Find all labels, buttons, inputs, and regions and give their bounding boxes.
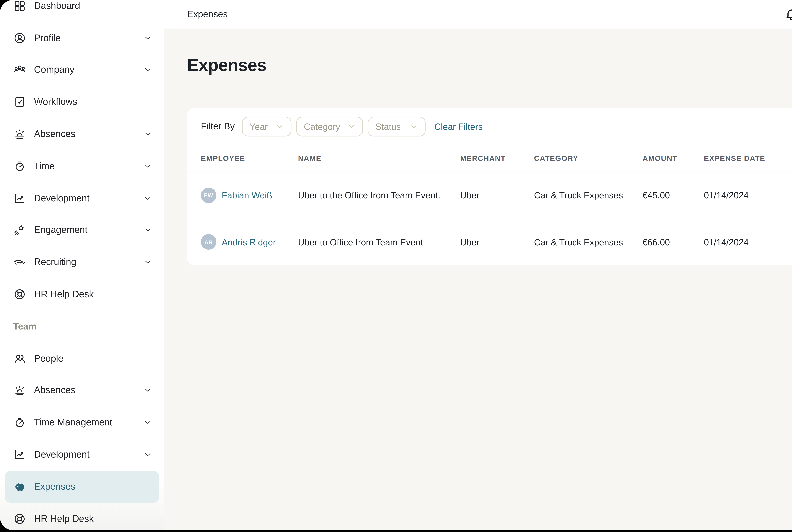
sidebar-item-engagement[interactable]: Engagement bbox=[5, 214, 159, 246]
sidebar-item-workflows[interactable]: Workflows bbox=[5, 86, 159, 118]
sidebar-item-company[interactable]: Company bbox=[5, 54, 159, 86]
status-filter-value: Status bbox=[375, 121, 401, 131]
sidebar-section-label: Team bbox=[0, 310, 164, 342]
company-icon bbox=[13, 63, 26, 77]
recruiting-icon bbox=[13, 256, 26, 269]
sidebar-item-expenses[interactable]: Expenses bbox=[5, 471, 159, 502]
employee-cell: AR Andris Ridger bbox=[201, 234, 298, 250]
sidebar-item-hr-help-desk[interactable]: HR Help Desk bbox=[5, 278, 159, 310]
expense-name-cell: Uber to Office from Team Event bbox=[298, 237, 460, 247]
chevron-down-icon[interactable] bbox=[144, 451, 152, 459]
sidebar-item-time[interactable]: Time bbox=[5, 150, 159, 182]
column-header-merchant: Merchant bbox=[460, 154, 534, 163]
clear-filters-link[interactable]: Clear Filters bbox=[434, 121, 483, 131]
sidebar-item-recruiting[interactable]: Recruiting bbox=[5, 246, 159, 278]
filter-by-label: Filter By bbox=[201, 121, 235, 132]
sidebar-item-development[interactable]: Development bbox=[5, 439, 159, 471]
time-icon bbox=[13, 416, 26, 429]
category-filter-value: Category bbox=[304, 121, 340, 131]
chevron-down-icon[interactable] bbox=[144, 162, 152, 170]
category-cell: Car & Truck Expenses bbox=[534, 237, 642, 247]
chevron-down-icon[interactable] bbox=[144, 130, 152, 138]
column-header-expense-date: Expense Date bbox=[704, 154, 792, 163]
absences-icon bbox=[13, 128, 26, 141]
year-filter-select[interactable]: Year bbox=[242, 116, 291, 136]
piggy-icon bbox=[13, 480, 26, 493]
sidebar-item-label: Profile bbox=[34, 33, 60, 43]
sidebar: DashboardProfileCompanyWorkflowsAbsences… bbox=[0, 0, 164, 530]
topbar-title: Expenses bbox=[187, 9, 228, 20]
category-filter-select[interactable]: Category bbox=[296, 116, 363, 136]
absences-icon bbox=[13, 384, 26, 397]
sidebar-item-label: Development bbox=[34, 193, 90, 204]
helpdesk-icon bbox=[13, 512, 26, 525]
chevron-down-icon bbox=[347, 122, 355, 130]
expenses-card: Filter By Year Category Status Clear Fil… bbox=[187, 108, 792, 265]
sidebar-item-label: Time bbox=[34, 161, 55, 171]
employee-initials-avatar: AR bbox=[201, 234, 216, 250]
table-row: FW Fabian Weiß Uber to the Office from T… bbox=[187, 172, 792, 219]
sidebar-item-absences[interactable]: Absences bbox=[5, 118, 159, 150]
expense-date-cell: 01/14/2024 bbox=[704, 237, 792, 247]
topbar-right: Anna Johnson bbox=[784, 6, 792, 22]
amount-cell: €45.00 bbox=[642, 190, 704, 200]
sidebar-item-label: Absences bbox=[34, 385, 75, 396]
sidebar-item-dashboard[interactable]: Dashboard bbox=[5, 0, 159, 22]
column-header-category: Category bbox=[534, 154, 642, 163]
sidebar-item-profile[interactable]: Profile bbox=[5, 22, 159, 54]
category-cell: Car & Truck Expenses bbox=[534, 190, 642, 200]
chevron-down-icon[interactable] bbox=[144, 418, 152, 427]
helpdesk-icon bbox=[13, 288, 26, 301]
expense-date-cell: 01/14/2024 bbox=[704, 190, 792, 200]
people-icon bbox=[13, 352, 26, 365]
sidebar-item-time-management[interactable]: Time Management bbox=[5, 406, 159, 439]
column-header-name: Name bbox=[298, 154, 460, 163]
filter-bar: Filter By Year Category Status Clear Fil… bbox=[187, 108, 792, 145]
merchant-cell: Uber bbox=[460, 190, 534, 200]
sidebar-item-label: Dashboard bbox=[34, 0, 80, 11]
topbar: Expenses Anna Johnson bbox=[164, 0, 792, 29]
employee-cell: FW Fabian Weiß bbox=[201, 188, 298, 203]
sidebar-item-label: Workflows bbox=[34, 97, 77, 108]
sidebar-item-label: Recruiting bbox=[34, 257, 76, 268]
sidebar-item-people[interactable]: People bbox=[5, 342, 159, 375]
chevron-down-icon[interactable] bbox=[144, 34, 152, 42]
amount-cell: €66.00 bbox=[642, 237, 704, 247]
sidebar-item-absences[interactable]: Absences bbox=[5, 375, 159, 406]
merchant-cell: Uber bbox=[460, 237, 534, 247]
chevron-down-icon bbox=[410, 122, 418, 130]
sidebar-item-label: Time Management bbox=[34, 417, 112, 428]
sidebar-item-label: Absences bbox=[34, 129, 75, 139]
column-header-amount: Amount bbox=[642, 154, 704, 163]
employee-initials-avatar: FW bbox=[201, 188, 216, 203]
engagement-icon bbox=[13, 224, 26, 237]
notification-bell-icon[interactable] bbox=[784, 7, 792, 21]
main-content: Expenses All reports Filter By Year Cate… bbox=[164, 29, 792, 530]
page-title: Expenses bbox=[187, 55, 267, 75]
sidebar-item-development[interactable]: Development bbox=[5, 182, 159, 214]
employee-name-link[interactable]: Andris Ridger bbox=[222, 237, 276, 247]
sidebar-item-label: Company bbox=[34, 64, 74, 75]
profile-icon bbox=[13, 31, 26, 44]
sidebar-item-label: People bbox=[34, 353, 63, 364]
expense-name-cell: Uber to the Office from Team Event. bbox=[298, 190, 460, 200]
status-filter-select[interactable]: Status bbox=[367, 116, 426, 136]
column-header-employee: Employee bbox=[201, 154, 298, 163]
dashboard-icon bbox=[13, 0, 26, 13]
employee-name-link[interactable]: Fabian Weiß bbox=[222, 190, 272, 200]
chevron-down-icon[interactable] bbox=[144, 386, 152, 395]
sidebar-item-label: Engagement bbox=[34, 225, 88, 235]
time-icon bbox=[13, 159, 26, 173]
year-filter-value: Year bbox=[250, 121, 268, 131]
development-icon bbox=[13, 448, 26, 461]
chevron-down-icon[interactable] bbox=[144, 66, 152, 74]
sidebar-item-hr-help-desk[interactable]: HR Help Desk bbox=[5, 503, 159, 530]
sidebar-item-label: HR Help Desk bbox=[34, 513, 94, 524]
chevron-down-icon[interactable] bbox=[144, 226, 152, 234]
page-header: Expenses All reports bbox=[187, 55, 792, 75]
sidebar-item-label: HR Help Desk bbox=[34, 289, 94, 300]
chevron-down-icon bbox=[276, 122, 284, 130]
chevron-down-icon[interactable] bbox=[144, 194, 152, 202]
chevron-down-icon[interactable] bbox=[144, 258, 152, 266]
workflows-icon bbox=[13, 95, 26, 109]
